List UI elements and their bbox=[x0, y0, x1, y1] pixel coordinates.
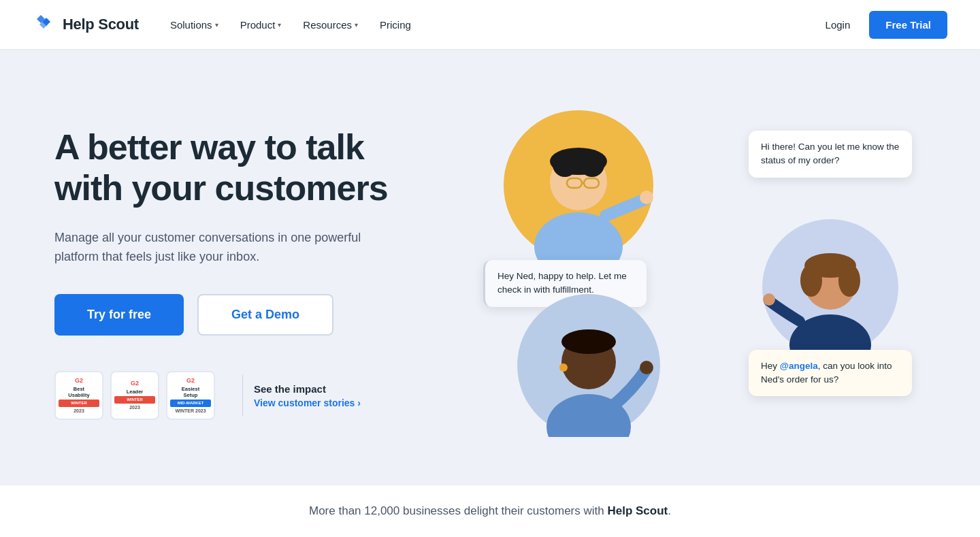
badge-divider bbox=[242, 375, 243, 416]
hero-content: A better way to talk with your customers… bbox=[54, 127, 436, 420]
nav-product[interactable]: Product ▾ bbox=[231, 14, 291, 36]
hero-headline: A better way to talk with your customers bbox=[54, 127, 436, 209]
nav-links: Solutions ▾ Product ▾ Resources ▾ Pricin… bbox=[161, 14, 812, 36]
badge-impact: See the impact View customer stories bbox=[254, 383, 361, 408]
badge-best-usability: G2 BestUsability WINTER 2023 bbox=[54, 371, 103, 420]
logo-icon bbox=[33, 12, 57, 37]
view-stories-link[interactable]: View customer stories bbox=[254, 397, 361, 408]
nav-solutions[interactable]: Solutions ▾ bbox=[161, 14, 228, 36]
nav-actions: Login Free Trial bbox=[817, 11, 947, 39]
svg-point-20 bbox=[561, 329, 616, 354]
logo-text: Help Scout bbox=[63, 16, 139, 33]
hero-section: A better way to talk with your customers… bbox=[0, 49, 980, 485]
impact-title: See the impact bbox=[254, 383, 361, 395]
mention-angela: @angela bbox=[780, 361, 818, 371]
svg-point-14 bbox=[800, 264, 822, 297]
hero-subheadline: Manage all your customer conversations i… bbox=[54, 228, 368, 267]
solutions-chevron-icon: ▾ bbox=[215, 21, 218, 29]
svg-point-9 bbox=[640, 191, 653, 204]
try-free-button[interactable]: Try for free bbox=[54, 294, 184, 336]
chat-bubble-1: Hi there! Can you let me know the status… bbox=[749, 131, 912, 178]
free-trial-button[interactable]: Free Trial bbox=[869, 11, 947, 39]
person-1-avatar bbox=[504, 110, 653, 260]
nav-resources[interactable]: Resources ▾ bbox=[293, 14, 368, 36]
svg-point-5 bbox=[580, 152, 604, 177]
hero-badges: G2 BestUsability WINTER 2023 G2 Leader W… bbox=[54, 371, 436, 420]
svg-point-21 bbox=[559, 363, 568, 372]
svg-point-22 bbox=[640, 361, 653, 374]
g2-badges: G2 BestUsability WINTER 2023 G2 Leader W… bbox=[54, 371, 215, 420]
bottom-bar: More than 12,000 businesses delight thei… bbox=[0, 485, 980, 537]
navbar: Help Scout Solutions ▾ Product ▾ Resourc… bbox=[0, 0, 980, 49]
get-demo-button[interactable]: Get a Demo bbox=[197, 294, 333, 336]
logo-link[interactable]: Help Scout bbox=[33, 12, 139, 37]
person-2-avatar bbox=[762, 219, 898, 355]
svg-point-4 bbox=[553, 152, 577, 177]
svg-point-15 bbox=[838, 264, 860, 297]
badge-easiest-setup: G2 EasiestSetup Mid-Market WINTER 2023 bbox=[166, 371, 215, 420]
nav-pricing[interactable]: Pricing bbox=[370, 14, 421, 36]
resources-chevron-icon: ▾ bbox=[355, 21, 358, 29]
product-chevron-icon: ▾ bbox=[278, 21, 281, 29]
person-3-avatar bbox=[517, 294, 660, 437]
badge-leader: G2 Leader WINTER 2023 bbox=[110, 371, 159, 420]
hero-illustration: Hi there! Can you let me know the status… bbox=[463, 97, 926, 451]
svg-point-16 bbox=[763, 293, 775, 306]
login-button[interactable]: Login bbox=[817, 14, 859, 36]
hero-ctas: Try for free Get a Demo bbox=[54, 294, 436, 336]
chat-bubble-3: Hey @angela, can you look into Ned's ord… bbox=[749, 350, 912, 397]
